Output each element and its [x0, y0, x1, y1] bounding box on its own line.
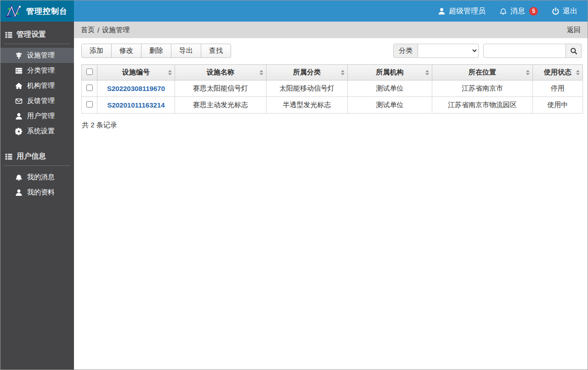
current-user-link[interactable]: 超级管理员 — [438, 6, 486, 16]
add-button[interactable]: 添加 — [81, 44, 112, 58]
status-cell: 停用 — [533, 80, 583, 97]
search-input[interactable] — [483, 44, 566, 58]
toolbar-filters: 分类 — [393, 44, 582, 58]
logout-label: 退出 — [563, 6, 577, 16]
content-area: 首页 / 设施管理 返回 添加 修改 删除 导出 查找 分类 — [74, 22, 588, 370]
status-cell: 使用中 — [533, 97, 583, 114]
breadcrumb-home[interactable]: 首页 — [81, 26, 95, 34]
find-button[interactable]: 查找 — [201, 44, 231, 58]
search-group — [483, 44, 582, 58]
sidebar-item-user-management[interactable]: 用户管理 — [0, 108, 74, 124]
category-select[interactable] — [418, 44, 479, 58]
sidebar-item-label: 分类管理 — [27, 66, 55, 75]
envelope-icon — [15, 97, 23, 105]
logout-link[interactable]: 退出 — [552, 6, 577, 16]
facility-table: 设施编号 设施名称 所属分类 所属机构 所在位置 使用状态 S202203081… — [81, 64, 583, 114]
bell-icon — [499, 7, 507, 15]
sidebar-item-feedback-management[interactable]: 反馈管理 — [0, 93, 74, 108]
sidebar-item-label: 反馈管理 — [27, 97, 55, 105]
delete-button[interactable]: 删除 — [141, 44, 171, 58]
sidebar-section-management: 管理设置 设施管理 分类管理 机构管理 反馈管理 — [0, 28, 74, 139]
record-count-summary: 共 2 条记录 — [82, 121, 588, 130]
sidebar-section-title: 用户信息 — [0, 150, 74, 165]
admin-console-window: 管理控制台 超级管理员 消息 5 退出 管理设置 — [0, 0, 588, 370]
facility-id-cell: S20220308119670 — [97, 80, 175, 97]
category-list-icon — [15, 67, 23, 74]
facility-name-cell: 赛思主动发光标志 — [175, 97, 266, 114]
column-header-category[interactable]: 所属分类 — [266, 65, 348, 80]
app-title: 管理控制台 — [26, 6, 68, 17]
topbar: 管理控制台 超级管理员 消息 5 退出 — [0, 0, 588, 22]
table-row: S20201011163214 赛思主动发光标志 半透型发光标志 测试单位 江苏… — [82, 97, 583, 114]
messages-label: 消息 — [510, 6, 525, 16]
column-header-status[interactable]: 使用状态 — [533, 65, 583, 80]
sort-icon[interactable] — [526, 70, 530, 75]
divider — [4, 165, 70, 166]
app-logo-area: 管理控制台 — [0, 0, 74, 22]
toolbar: 添加 修改 删除 导出 查找 分类 — [81, 44, 582, 58]
current-user-name: 超级管理员 — [449, 6, 486, 16]
power-icon — [552, 7, 560, 15]
location-cell: 江苏省南京市物流园区 — [432, 97, 533, 114]
sidebar-item-my-messages[interactable]: 我的消息 — [0, 170, 74, 185]
sort-icon[interactable] — [168, 70, 172, 75]
sidebar-section-title: 管理设置 — [0, 28, 74, 44]
app-logo-icon — [5, 5, 23, 17]
sidebar-item-label: 系统设置 — [27, 127, 55, 136]
sidebar-item-system-settings[interactable]: 系统设置 — [0, 124, 74, 139]
facility-id-link[interactable]: S20201011163214 — [107, 101, 164, 109]
search-icon — [570, 47, 577, 55]
row-select-cell — [82, 97, 97, 114]
messages-link[interactable]: 消息 5 — [499, 6, 538, 16]
sidebar-item-label: 用户管理 — [27, 112, 55, 120]
breadcrumb: 首页 / 设施管理 返回 — [74, 22, 588, 38]
select-all-cell — [82, 65, 97, 80]
search-button[interactable] — [566, 44, 582, 58]
facility-id-cell: S20201011163214 — [97, 97, 175, 114]
user-icon — [438, 7, 446, 15]
home-icon — [15, 82, 23, 90]
column-header-facility-name[interactable]: 设施名称 — [175, 65, 266, 80]
export-button[interactable]: 导出 — [171, 44, 201, 58]
category-filter-label: 分类 — [393, 44, 418, 58]
messages-badge: 5 — [529, 7, 538, 16]
sidebar-section-user-info: 用户信息 我的消息 我的资料 — [0, 150, 74, 200]
organization-cell: 测试单位 — [348, 97, 432, 114]
gear-icon — [15, 128, 23, 135]
sort-icon[interactable] — [425, 70, 429, 75]
facility-id-link[interactable]: S20220308119670 — [107, 85, 165, 92]
row-checkbox[interactable] — [86, 101, 93, 108]
divider — [4, 44, 70, 44]
sort-icon[interactable] — [260, 70, 263, 75]
column-header-organization[interactable]: 所属机构 — [348, 65, 432, 80]
sidebar-item-organization-management[interactable]: 机构管理 — [0, 78, 74, 93]
bell-icon — [15, 174, 23, 181]
list-icon — [5, 31, 12, 39]
back-link[interactable]: 返回 — [567, 26, 581, 34]
user-icon — [15, 189, 23, 196]
sidebar-item-category-management[interactable]: 分类管理 — [0, 63, 74, 78]
sidebar-item-my-profile[interactable]: 我的资料 — [0, 185, 74, 200]
row-checkbox[interactable] — [86, 85, 93, 91]
signpost-icon — [15, 52, 23, 59]
section-title-label: 用户信息 — [17, 152, 46, 161]
sidebar-item-label: 我的资料 — [27, 188, 55, 197]
category-cell: 太阳能移动信号灯 — [266, 80, 348, 97]
organization-cell: 测试单位 — [348, 80, 432, 97]
breadcrumb-current: 设施管理 — [102, 26, 130, 34]
topbar-right: 超级管理员 消息 5 退出 — [438, 0, 588, 22]
facility-name-cell: 赛思太阳能信号灯 — [175, 80, 266, 97]
table-row: S20220308119670 赛思太阳能信号灯 太阳能移动信号灯 测试单位 江… — [82, 80, 583, 97]
column-header-location[interactable]: 所在位置 — [432, 65, 533, 80]
sidebar: 管理设置 设施管理 分类管理 机构管理 反馈管理 — [0, 22, 74, 370]
sidebar-item-label: 机构管理 — [27, 81, 55, 90]
sort-icon[interactable] — [576, 70, 580, 75]
action-button-group: 添加 修改 删除 导出 查找 — [81, 44, 231, 58]
column-header-facility-id[interactable]: 设施编号 — [97, 65, 175, 80]
sort-icon[interactable] — [341, 70, 345, 75]
select-all-checkbox[interactable] — [86, 68, 93, 75]
edit-button[interactable]: 修改 — [111, 44, 141, 58]
sidebar-item-label: 我的消息 — [27, 173, 55, 182]
sidebar-item-facility-management[interactable]: 设施管理 — [0, 48, 74, 63]
list-icon — [5, 153, 12, 160]
